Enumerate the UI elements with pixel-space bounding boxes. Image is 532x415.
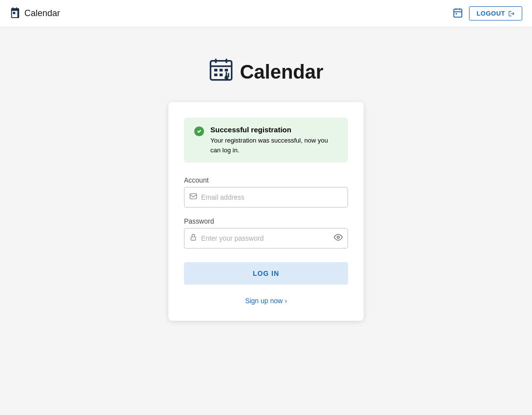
- chevron-right-icon: ›: [285, 297, 287, 305]
- svg-rect-12: [214, 74, 218, 76]
- header-calendar-icon[interactable]: [452, 7, 463, 20]
- signup-link[interactable]: Sign up now ›: [245, 297, 287, 305]
- svg-rect-13: [220, 74, 223, 76]
- app-title: Calendar: [240, 61, 323, 83]
- header-calendar-logo-icon: [10, 7, 20, 20]
- signup-link-area: Sign up now ›: [184, 296, 348, 305]
- password-input-wrapper: [184, 228, 348, 249]
- success-alert-title: Successful registration: [210, 125, 338, 134]
- success-alert-content: Successful registration Your registratio…: [210, 125, 338, 155]
- account-input-wrapper: [184, 187, 348, 208]
- account-label: Account: [184, 176, 348, 184]
- svg-rect-11: [225, 69, 228, 71]
- account-field-group: Account: [184, 176, 348, 208]
- main-content: Calendar Successful registration Your re…: [0, 27, 532, 321]
- app-header: Calendar LOGOUT: [0, 0, 532, 27]
- logout-label: LOGOUT: [476, 10, 505, 17]
- password-label: Password: [184, 217, 348, 225]
- success-alert-body: Your registration was successful, now yo…: [210, 136, 338, 155]
- password-field-group: Password: [184, 217, 348, 249]
- svg-rect-4: [456, 13, 457, 14]
- header-left: Calendar: [10, 7, 60, 20]
- show-password-icon[interactable]: [334, 233, 343, 244]
- svg-rect-16: [191, 237, 195, 240]
- password-input[interactable]: [201, 234, 331, 242]
- signup-link-text: Sign up now: [245, 297, 283, 305]
- svg-point-17: [337, 236, 340, 239]
- login-button[interactable]: LOG IN: [184, 262, 348, 285]
- svg-rect-0: [454, 9, 462, 17]
- success-alert: Successful registration Your registratio…: [184, 118, 348, 163]
- email-input[interactable]: [201, 193, 343, 201]
- svg-rect-15: [190, 194, 196, 199]
- svg-rect-9: [214, 69, 218, 71]
- login-card: Successful registration Your registratio…: [168, 102, 364, 321]
- header-title: Calendar: [24, 8, 60, 19]
- app-logo-icon: [208, 57, 234, 87]
- logout-button[interactable]: LOGOUT: [469, 6, 522, 21]
- lock-icon: [189, 233, 197, 243]
- header-right: LOGOUT: [452, 6, 522, 21]
- svg-rect-10: [220, 69, 223, 71]
- app-logo-area: Calendar: [208, 57, 323, 87]
- email-icon: [189, 192, 197, 202]
- logout-icon: [508, 10, 515, 17]
- success-check-icon: [194, 126, 205, 155]
